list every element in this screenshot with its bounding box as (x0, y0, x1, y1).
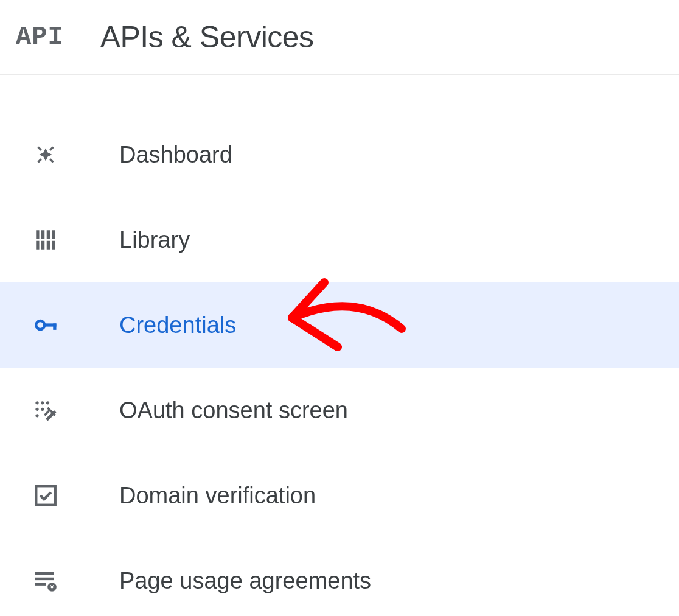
svg-point-18 (46, 401, 49, 404)
nav-item-oauth-consent[interactable]: OAuth consent screen (0, 368, 679, 453)
svg-rect-2 (37, 146, 41, 150)
nav-item-label: Credentials (119, 312, 236, 338)
sidebar-nav: Dashboard Library Credentials (0, 75, 679, 616)
nav-item-label: Dashboard (119, 142, 232, 168)
nav-item-domain-verification[interactable]: Domain verification (0, 453, 679, 538)
svg-rect-8 (52, 230, 55, 239)
svg-rect-6 (41, 230, 44, 239)
svg-rect-11 (47, 241, 50, 250)
svg-rect-12 (52, 241, 55, 250)
svg-point-13 (36, 321, 44, 329)
svg-point-19 (35, 408, 38, 411)
svg-rect-1 (37, 158, 41, 163)
nav-item-dashboard[interactable]: Dashboard (0, 112, 679, 197)
svg-point-20 (41, 408, 44, 411)
svg-rect-0 (49, 146, 54, 150)
nav-item-page-usage-agreements[interactable]: Page usage agreements (0, 538, 679, 616)
svg-rect-5 (36, 230, 39, 239)
svg-rect-3 (49, 158, 54, 163)
page-title: APIs & Services (100, 19, 314, 55)
svg-rect-10 (41, 241, 44, 250)
header: API APIs & Services (0, 0, 679, 75)
nav-item-label: Library (119, 227, 190, 253)
nav-item-library[interactable]: Library (0, 197, 679, 282)
nav-item-label: Page usage agreements (119, 568, 371, 594)
svg-rect-24 (35, 578, 55, 580)
svg-rect-15 (53, 323, 56, 330)
svg-rect-9 (36, 241, 39, 250)
consent-icon (33, 397, 58, 423)
svg-rect-25 (35, 583, 46, 586)
library-icon (33, 227, 58, 253)
check-box-icon (33, 483, 58, 508)
svg-rect-7 (47, 230, 50, 239)
api-logo-icon: API (16, 23, 64, 52)
svg-point-29 (50, 586, 53, 588)
nav-item-credentials[interactable]: Credentials (0, 282, 679, 368)
nav-item-label: Domain verification (119, 483, 316, 509)
svg-point-21 (35, 414, 38, 417)
agreements-icon (33, 568, 58, 593)
dashboard-icon (33, 142, 58, 167)
nav-item-label: OAuth consent screen (119, 397, 348, 424)
key-icon (33, 312, 58, 338)
svg-point-16 (35, 401, 38, 404)
svg-point-17 (41, 401, 44, 404)
svg-rect-22 (36, 486, 55, 505)
svg-rect-23 (35, 572, 55, 575)
